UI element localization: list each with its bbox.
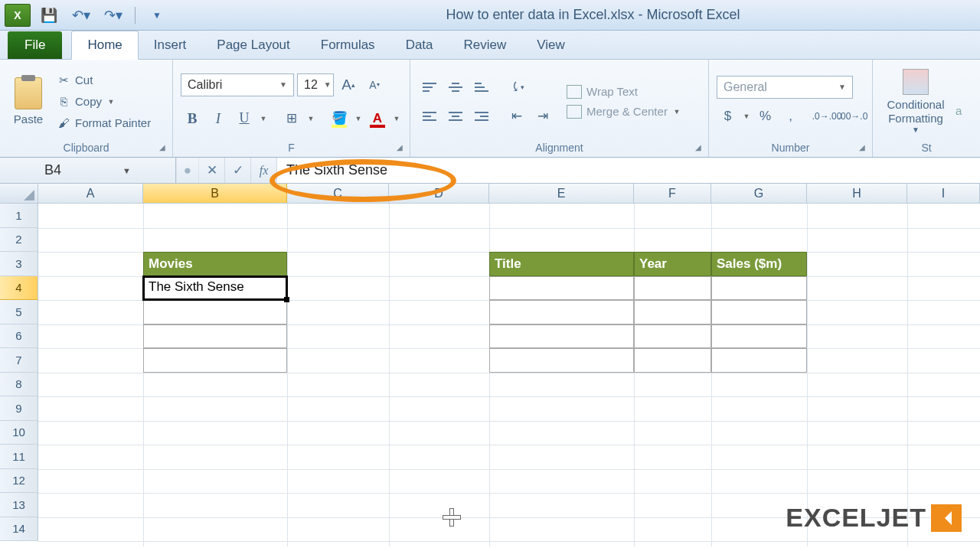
dialog-launcher-icon[interactable]: ◢ [157,143,168,154]
row-header-5[interactable]: 5 [0,300,38,324]
row-header-7[interactable]: 7 [0,348,38,373]
align-left-button[interactable] [418,105,441,128]
cell-G4[interactable] [711,276,807,301]
tab-file[interactable]: File [8,31,62,59]
row-header-11[interactable]: 11 [0,445,38,469]
cell-G6[interactable] [711,324,807,349]
formula-input[interactable]: The Sixth Sense [277,158,980,183]
column-header-A[interactable]: A [38,184,143,203]
name-box[interactable]: B4▼ [0,158,176,183]
cell-E4[interactable] [489,276,634,301]
cell-E7[interactable] [489,348,634,373]
undo-icon[interactable]: ↶▾ [70,5,92,26]
tab-home[interactable]: Home [71,31,138,60]
fill-color-dropdown[interactable]: ▼ [354,115,363,122]
italic-button[interactable]: I [207,107,230,130]
column-header-F[interactable]: F [634,184,711,203]
comma-button[interactable]: , [779,105,802,128]
column-header-I[interactable]: I [907,184,980,203]
row-header-14[interactable]: 14 [0,517,38,542]
formula-enter-button[interactable]: ✓ [225,158,251,183]
cell-b6[interactable] [143,324,287,349]
cell-G5[interactable] [711,300,807,324]
dialog-launcher-icon[interactable]: ◢ [394,143,405,154]
copy-button[interactable]: ⎘Copy▼ [54,93,154,110]
shrink-font-button[interactable]: A▾ [363,73,386,96]
decrease-decimal-button[interactable]: .00→.0 [841,105,864,128]
row-header-9[interactable]: 9 [0,396,38,421]
row-header-13[interactable]: 13 [0,493,38,517]
row-header-3[interactable]: 3 [0,252,38,276]
active-cell[interactable]: The Sixth Sense [142,276,288,302]
redo-icon[interactable]: ↷▾ [103,5,124,26]
tab-review[interactable]: Review [449,31,522,59]
cell-E5[interactable] [489,300,634,324]
row-header-6[interactable]: 6 [0,324,38,349]
align-middle-button[interactable] [444,76,467,99]
row-header-8[interactable]: 8 [0,373,38,397]
grow-font-button[interactable]: A▴ [337,73,360,96]
column-header-H[interactable]: H [807,184,907,203]
save-icon[interactable]: 💾 [38,5,60,26]
row-header-4[interactable]: 4 [0,276,38,301]
tab-insert[interactable]: Insert [139,31,202,59]
column-header-B[interactable]: B [143,184,287,203]
align-center-button[interactable] [444,105,467,128]
borders-button[interactable]: ⊞ [280,107,303,130]
accounting-dropdown[interactable]: ▼ [742,112,751,120]
dialog-launcher-icon[interactable]: ◢ [857,143,867,154]
merge-center-button[interactable]: Merge & Center▼ [567,105,681,119]
increase-indent-button[interactable]: ⇥ [531,105,554,128]
insert-function-button[interactable]: fx [251,158,277,183]
column-header-D[interactable]: D [389,184,489,203]
row-header-12[interactable]: 12 [0,469,38,494]
align-bottom-button[interactable] [470,76,493,99]
row-header-2[interactable]: 2 [0,228,38,253]
cell-G7[interactable] [711,348,807,373]
tab-data[interactable]: Data [390,31,449,59]
decrease-indent-button[interactable]: ⇤ [505,105,528,128]
font-name-combo[interactable]: Calibri▼ [181,73,294,96]
accounting-format-button[interactable]: $ [717,105,739,128]
paste-button[interactable]: Paste [8,63,49,140]
fill-color-button[interactable]: 🪣 [328,107,351,130]
tab-formulas[interactable]: Formulas [305,31,390,59]
font-color-dropdown[interactable]: ▼ [392,115,401,122]
percent-button[interactable]: % [754,105,776,128]
number-format-combo[interactable]: General▼ [717,76,853,99]
cell-b7[interactable] [143,348,287,373]
orientation-button[interactable]: ⤹▾ [505,76,528,99]
tab-view[interactable]: View [521,31,580,59]
cell-g3[interactable]: Sales ($m) [711,252,807,276]
align-top-button[interactable] [418,76,441,99]
bold-button[interactable]: B [181,107,204,130]
formula-cancel-x-button[interactable]: ✕ [199,158,225,183]
spreadsheet-grid[interactable]: ABCDEFGHI 1234567891011121314 MoviesThe … [0,184,980,546]
cell-F6[interactable] [634,324,711,349]
wrap-text-button[interactable]: Wrap Text [567,85,681,99]
row-header-1[interactable]: 1 [0,204,38,228]
cell-b5[interactable] [143,300,287,324]
customize-qat-icon[interactable]: ▼ [146,5,168,26]
dialog-launcher-icon[interactable]: ◢ [693,143,704,154]
underline-dropdown[interactable]: ▼ [259,115,268,122]
cut-button[interactable]: ✂Cut [54,72,154,89]
cell-E6[interactable] [489,324,634,349]
column-header-C[interactable]: C [287,184,389,203]
borders-dropdown[interactable]: ▼ [306,115,315,122]
underline-button[interactable]: U [233,107,256,130]
formula-cancel-button[interactable]: ● [176,158,199,183]
cell-e3[interactable]: Title [489,252,634,276]
align-right-button[interactable] [470,105,493,128]
column-header-G[interactable]: G [711,184,807,203]
cell-F4[interactable] [634,276,711,301]
font-size-combo[interactable]: 12▼ [297,73,334,96]
cells-area[interactable]: MoviesThe Sixth SenseTitleYearSales ($m) [38,204,980,541]
cell-f3[interactable]: Year [634,252,711,276]
increase-decimal-button[interactable]: .0→.00 [815,105,838,128]
font-color-button[interactable]: A [366,107,389,130]
format-painter-button[interactable]: 🖌Format Painter [54,115,154,132]
select-all-corner[interactable] [0,184,38,203]
row-header-10[interactable]: 10 [0,421,38,445]
tab-page-layout[interactable]: Page Layout [201,31,305,59]
